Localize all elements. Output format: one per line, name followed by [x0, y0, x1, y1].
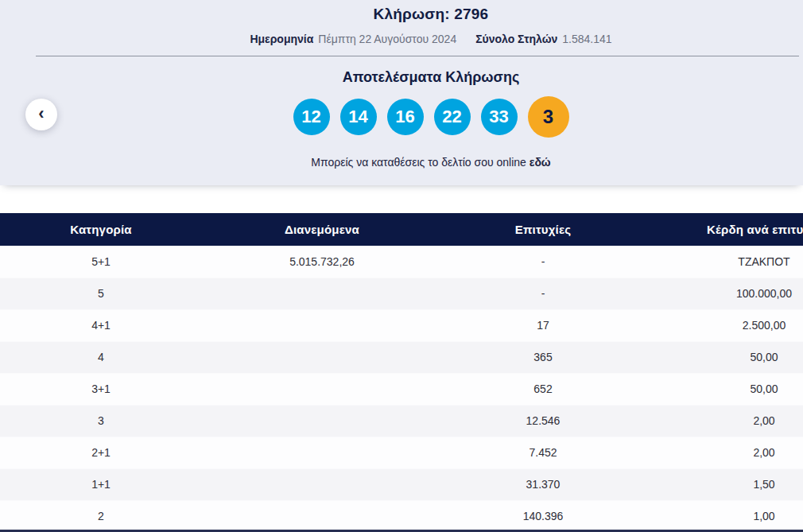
cell-distributed [211, 341, 433, 373]
cell-winners: - [433, 246, 654, 278]
cell-prize: 1,50 [654, 468, 803, 500]
cell-distributed [211, 309, 433, 341]
cell-category: 2+1 [0, 437, 211, 468]
previous-draw-button[interactable]: ‹ [25, 99, 57, 130]
table-row: 1+1 31.370 1,50 [0, 468, 803, 500]
number-ball: 22 [434, 99, 471, 135]
cell-prize: 2.500,00 [654, 309, 803, 341]
cell-category: 2 [0, 500, 211, 532]
cell-prize: 1,00 [654, 500, 803, 532]
online-cta: Μπορείς να καταθέσεις το δελτίο σου onli… [0, 156, 803, 169]
cell-winners: 365 [433, 341, 654, 373]
cell-category: 3 [0, 405, 211, 437]
draw-meta: Ημερομηνία Πέμπτη 22 Αυγούστου 2024 Σύνο… [0, 33, 803, 45]
cell-winners: 12.546 [433, 405, 654, 437]
number-ball: 33 [481, 99, 518, 135]
cell-category: 5 [0, 278, 211, 309]
cell-prize: 100.000,00 [654, 278, 803, 309]
online-cta-link[interactable]: εδώ [530, 156, 551, 169]
cell-winners: 7.452 [433, 437, 654, 468]
header-divider [36, 56, 799, 56]
column-header-winners: Επιτυχίες [433, 213, 654, 246]
column-header-category: Κατηγορία [0, 213, 211, 246]
cell-distributed: 5.015.732,26 [211, 246, 433, 278]
chevron-left-icon: ‹ [38, 105, 44, 122]
cell-distributed [211, 437, 433, 468]
draw-hero-section: Κλήρωση: 2796 Ημερομηνία Πέμπτη 22 Αυγού… [0, 0, 803, 185]
table-row: 5 - 100.000,00 [0, 278, 803, 309]
table-row: 4 365 50,00 [0, 341, 803, 373]
bonus-number-ball: 3 [528, 96, 569, 138]
cell-category: 4+1 [0, 309, 211, 341]
cell-distributed [211, 468, 433, 500]
results-title: Αποτελέσματα Κλήρωσης [0, 69, 803, 86]
cell-category: 1+1 [0, 468, 211, 500]
total-columns-value: 1.584.141 [562, 33, 611, 45]
number-ball: 12 [293, 99, 330, 135]
cell-prize: 50,00 [654, 373, 803, 405]
cell-prize: 2,00 [654, 405, 803, 437]
cell-category: 5+1 [0, 246, 211, 278]
cell-distributed [211, 373, 433, 405]
hero-content: Κλήρωση: 2796 Ημερομηνία Πέμπτη 22 Αυγού… [0, 0, 803, 169]
table-row: 3+1 652 50,00 [0, 373, 803, 405]
number-ball: 14 [340, 99, 377, 135]
column-header-prize: Κέρδη ανά επιτυχία [654, 213, 803, 246]
cell-distributed [211, 500, 433, 532]
table-row: 4+1 17 2.500,00 [0, 309, 803, 341]
lottery-results-page: { "draw_header": { "title": "Κλήρωση: 27… [0, 0, 803, 532]
table-row: 2 140.396 1,00 [0, 500, 803, 532]
draw-title: Κλήρωση: 2796 [0, 6, 803, 23]
cell-category: 3+1 [0, 373, 211, 405]
draw-date: Ημερομηνία Πέμπτη 22 Αυγούστου 2024 [250, 33, 456, 45]
cell-category: 4 [0, 341, 211, 373]
number-ball: 16 [387, 99, 424, 135]
online-cta-text: Μπορείς να καταθέσεις το δελτίο σου onli… [311, 156, 526, 169]
cell-winners: 31.370 [433, 468, 654, 500]
winnings-table: Κατηγορία Διανεμόμενα Επιτυχίες Κέρδη αν… [0, 213, 803, 532]
total-columns: Σύνολο Στηλών 1.584.141 [475, 33, 611, 45]
cell-prize: 50,00 [654, 341, 803, 373]
table-row: 3 12.546 2,00 [0, 405, 803, 437]
column-header-distributed: Διανεμόμενα [211, 213, 433, 246]
cell-distributed [211, 405, 433, 437]
table-row: 2+1 7.452 2,00 [0, 437, 803, 468]
draw-date-value: Πέμπτη 22 Αυγούστου 2024 [318, 33, 456, 45]
cell-winners: - [433, 278, 654, 309]
drawn-numbers: 12 14 16 22 33 3 [0, 96, 803, 138]
cell-winners: 17 [433, 309, 654, 341]
cell-winners: 652 [433, 373, 654, 405]
cell-prize: 2,00 [654, 437, 803, 468]
draw-date-label: Ημερομηνία [250, 33, 313, 45]
total-columns-label: Σύνολο Στηλών [475, 33, 557, 45]
cell-distributed [211, 278, 433, 309]
cell-prize: ΤΖΑΚΠΟΤ [654, 246, 803, 278]
table-header-row: Κατηγορία Διανεμόμενα Επιτυχίες Κέρδη αν… [0, 213, 803, 246]
winnings-table-wrap: Κατηγορία Διανεμόμενα Επιτυχίες Κέρδη αν… [0, 213, 803, 532]
cell-winners: 140.396 [433, 500, 654, 532]
table-row: 5+1 5.015.732,26 - ΤΖΑΚΠΟΤ [0, 246, 803, 278]
